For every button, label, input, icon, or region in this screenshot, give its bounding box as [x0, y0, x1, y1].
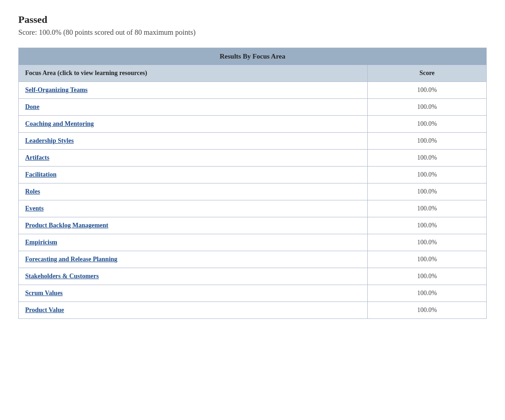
focus-area-column-header: Focus Area (click to view learning resou… [19, 65, 368, 82]
table-row: Product Value100.0% [19, 302, 487, 319]
score-cell: 100.0% [368, 200, 487, 217]
table-row: Forecasting and Release Planning100.0% [19, 251, 487, 268]
table-row: Artifacts100.0% [19, 150, 487, 167]
score-cell: 100.0% [368, 82, 487, 99]
score-cell: 100.0% [368, 302, 487, 319]
focus-area-link[interactable]: Self-Organizing Teams [25, 86, 88, 93]
column-header-row: Focus Area (click to view learning resou… [19, 65, 487, 82]
score-cell: 100.0% [368, 167, 487, 183]
table-row: Events100.0% [19, 200, 487, 217]
score-column-header: Score [368, 65, 487, 82]
results-table: Results By Focus Area Focus Area (click … [18, 48, 487, 319]
table-title: Results By Focus Area [19, 48, 487, 65]
focus-area-link[interactable]: Roles [25, 188, 40, 195]
table-row: Coaching and Mentoring100.0% [19, 116, 487, 133]
focus-area-cell: Leadership Styles [19, 133, 368, 150]
table-row: Self-Organizing Teams100.0% [19, 82, 487, 99]
table-row: Roles100.0% [19, 183, 487, 200]
focus-area-link[interactable]: Done [25, 103, 39, 110]
focus-area-cell: Artifacts [19, 150, 368, 167]
focus-area-cell: Scrum Values [19, 285, 368, 302]
focus-area-link[interactable]: Stakeholders & Customers [25, 273, 99, 280]
header-section: Passed Score: 100.0% (80 points scored o… [18, 14, 487, 37]
score-text: Score: 100.0% (80 points scored out of 8… [18, 28, 487, 37]
focus-area-cell: Product Backlog Management [19, 217, 368, 234]
score-cell: 100.0% [368, 234, 487, 251]
score-cell: 100.0% [368, 268, 487, 285]
score-cell: 100.0% [368, 285, 487, 302]
focus-area-link[interactable]: Facilitation [25, 171, 56, 178]
table-row: Leadership Styles100.0% [19, 133, 487, 150]
focus-area-link[interactable]: Scrum Values [25, 290, 63, 296]
focus-area-link[interactable]: Artifacts [25, 154, 49, 161]
focus-area-link[interactable]: Leadership Styles [25, 137, 74, 144]
focus-area-cell: Coaching and Mentoring [19, 116, 368, 133]
table-row: Done100.0% [19, 99, 487, 116]
focus-area-cell: Done [19, 99, 368, 116]
score-cell: 100.0% [368, 116, 487, 133]
score-cell: 100.0% [368, 133, 487, 150]
score-cell: 100.0% [368, 183, 487, 200]
table-row: Empiricism100.0% [19, 234, 487, 251]
table-row: Facilitation100.0% [19, 167, 487, 183]
table-row: Product Backlog Management100.0% [19, 217, 487, 234]
table-title-row: Results By Focus Area [19, 48, 487, 65]
focus-area-cell: Self-Organizing Teams [19, 82, 368, 99]
focus-area-link[interactable]: Empiricism [25, 239, 57, 246]
focus-area-link[interactable]: Events [25, 205, 43, 212]
focus-area-cell: Facilitation [19, 167, 368, 183]
focus-area-cell: Events [19, 200, 368, 217]
table-row: Stakeholders & Customers100.0% [19, 268, 487, 285]
score-cell: 100.0% [368, 99, 487, 116]
focus-area-link[interactable]: Forecasting and Release Planning [25, 256, 118, 263]
score-cell: 100.0% [368, 251, 487, 268]
focus-area-cell: Product Value [19, 302, 368, 319]
focus-area-cell: Empiricism [19, 234, 368, 251]
focus-area-cell: Stakeholders & Customers [19, 268, 368, 285]
table-row: Scrum Values100.0% [19, 285, 487, 302]
table-body: Self-Organizing Teams100.0%Done100.0%Coa… [19, 82, 487, 319]
focus-area-cell: Roles [19, 183, 368, 200]
focus-area-cell: Forecasting and Release Planning [19, 251, 368, 268]
focus-area-link[interactable]: Product Value [25, 307, 64, 313]
score-cell: 100.0% [368, 150, 487, 167]
score-cell: 100.0% [368, 217, 487, 234]
focus-area-link[interactable]: Product Backlog Management [25, 222, 108, 229]
passed-title: Passed [18, 14, 487, 26]
focus-area-link[interactable]: Coaching and Mentoring [25, 120, 94, 127]
